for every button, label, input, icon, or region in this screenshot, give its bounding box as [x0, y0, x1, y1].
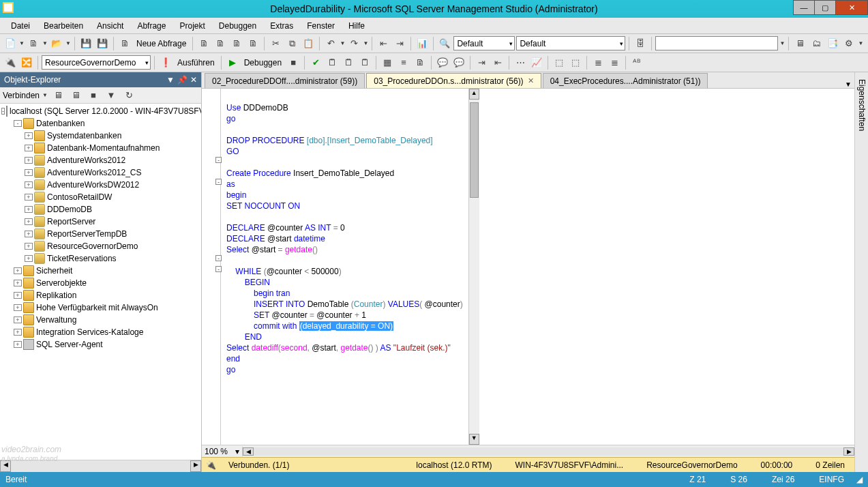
tab-right-icon[interactable]: ≣ [607, 55, 622, 70]
panel-dropdown-icon[interactable]: ▼ [166, 75, 175, 85]
qa-icon-2[interactable]: 🗎 [213, 36, 228, 51]
results-grid-icon[interactable]: ▦ [380, 55, 395, 70]
ab-icon[interactable]: ᴬᴮ [629, 55, 644, 70]
open-icon[interactable]: 📂 [49, 36, 64, 51]
results-text-icon[interactable]: ≡ [396, 55, 411, 70]
menu-bearbeiten[interactable]: Bearbeiten [37, 19, 90, 33]
tree-node[interactable]: +Integration Services-Kataloge [0, 326, 201, 338]
template-icon[interactable]: 📑 [825, 36, 840, 51]
tree-node[interactable]: +DDDemoDB [0, 203, 201, 216]
save-icon[interactable]: 💾 [78, 36, 93, 51]
solution-platform-combo[interactable]: Default [516, 36, 625, 50]
tree-node[interactable]: +Sicherheit [0, 265, 201, 277]
tree-node[interactable]: +Verwaltung [0, 314, 201, 326]
menu-hilfe[interactable]: Hilfe [342, 19, 372, 33]
tree-node[interactable]: +SQL Server-Agent [0, 338, 201, 351]
tree-node[interactable]: +ContosoRetailDW [0, 191, 201, 203]
misc-icon-1[interactable]: ⬚ [552, 55, 567, 70]
panel-pin-icon[interactable]: 📌 [177, 75, 188, 85]
tab-close-icon[interactable]: ✕ [528, 76, 534, 85]
menu-ansicht[interactable]: Ansicht [90, 19, 130, 33]
editor-vscroll[interactable]: ▲ ▼ [468, 89, 479, 445]
save-all-icon[interactable]: 💾 [95, 36, 110, 51]
maximize-button[interactable]: ▢ [814, 0, 836, 15]
menu-datei[interactable]: Datei [4, 19, 37, 33]
new-query-icon[interactable]: 🗎 [117, 36, 132, 51]
execute-icon[interactable]: ❗ [158, 55, 173, 70]
oe-stop-icon[interactable]: ■ [86, 88, 101, 103]
tree-node[interactable]: +AdventureWorks2012_CS [0, 166, 201, 179]
tree-node[interactable]: +Replikation [0, 289, 201, 301]
code-editor[interactable]: - - - - Use DDDemoDB go DROP PROCEDURE [… [202, 89, 854, 445]
oe-refresh-icon[interactable]: ↻ [121, 88, 136, 103]
uncomment-icon[interactable]: 💬 [451, 55, 466, 70]
oe-icon-1[interactable]: 🖥 [50, 88, 65, 103]
qa-icon-4[interactable]: 🗎 [245, 36, 260, 51]
editor-tab[interactable]: 04_ExecProcedures....Administrator (51)) [543, 73, 708, 88]
new-file-icon[interactable]: 🗎 [26, 36, 41, 51]
tree-node[interactable]: +ReportServerTempDB [0, 228, 201, 240]
plan-icon-1[interactable]: 🗒 [325, 55, 340, 70]
indent-icon[interactable]: ⇥ [474, 55, 489, 70]
undo-icon[interactable]: ↶ [323, 36, 338, 51]
new-query-button[interactable]: Neue Abfrage [134, 39, 189, 48]
qa-icon-3[interactable]: 🗎 [229, 36, 244, 51]
comment-icon[interactable]: 💬 [435, 55, 450, 70]
tree-node[interactable]: +TicketReservations [0, 252, 201, 265]
connect-label[interactable]: Verbinden [3, 91, 40, 100]
db-engine-icon[interactable]: 🗄 [633, 36, 648, 51]
database-combo[interactable]: ResourceGovernorDemo [42, 55, 151, 70]
oe-filter-icon[interactable]: ▼ [104, 88, 119, 103]
tree-node[interactable]: +Datenbank-Momentaufnahmen [0, 142, 201, 154]
stop-icon[interactable]: ■ [286, 55, 301, 70]
oe-icon-2[interactable]: 🖥 [68, 88, 83, 103]
tab-overflow-icon[interactable]: ▼ [845, 80, 852, 88]
gutter-eigenschaften[interactable]: Eigenschaften [856, 76, 868, 472]
specify-values-icon[interactable]: ⋯ [513, 55, 528, 70]
copy-icon[interactable]: ⧉ [284, 36, 299, 51]
debug-button[interactable]: Debuggen [241, 58, 284, 68]
redo-icon[interactable]: ↷ [346, 36, 361, 51]
props-icon[interactable]: ⚙ [841, 36, 856, 51]
connect-icon[interactable]: 🔌 [3, 55, 18, 70]
editor-hscroll[interactable]: ◀▶ [243, 447, 854, 456]
tab-left-icon[interactable]: ≣ [590, 55, 605, 70]
plan-icon-3[interactable]: 🗒 [357, 55, 372, 70]
execute-button[interactable]: Ausführen [175, 58, 218, 68]
tree-node[interactable]: +ResourceGovernorDemo [0, 240, 201, 252]
panel-close-icon[interactable]: ✕ [190, 75, 197, 85]
explorer-hscroll[interactable]: ◀▶ [0, 460, 201, 472]
resize-grip-icon[interactable]: ◢ [856, 475, 863, 484]
tree-node[interactable]: +ReportServer [0, 216, 201, 228]
menu-debuggen[interactable]: Debuggen [212, 19, 263, 33]
paste-icon[interactable]: 📋 [301, 36, 316, 51]
editor-tab[interactable]: 02_ProcedureDDOff....dministrator (59)) [205, 73, 365, 88]
tree-node[interactable]: +Hohe Verfügbarkeit mit AlwaysOn [0, 301, 201, 314]
solution-config-combo[interactable]: Default [453, 36, 515, 50]
misc-icon-2[interactable]: ⬚ [568, 55, 583, 70]
close-button[interactable]: ✕ [835, 0, 868, 15]
plan-icon-2[interactable]: 🗒 [341, 55, 356, 70]
menu-extras[interactable]: Extras [263, 19, 300, 33]
minimize-button[interactable]: — [793, 0, 815, 15]
reg-srv-icon[interactable]: 🖥 [792, 36, 807, 51]
tree-node[interactable]: +Serverobjekte [0, 277, 201, 289]
qa-icon-1[interactable]: 🗎 [196, 36, 211, 51]
activity-icon[interactable]: 📊 [415, 36, 430, 51]
tree-node[interactable]: +AdventureWorks2012 [0, 154, 201, 166]
tree-node[interactable]: -Datenbanken [0, 117, 201, 130]
tree-node[interactable]: +Systemdatenbanken [0, 130, 201, 142]
zoom-combo[interactable]: 100 %▾ [202, 447, 243, 456]
change-conn-icon[interactable]: 🔀 [19, 55, 34, 70]
editor-tab[interactable]: 03_ProcedureDDOn.s...dministrator (56))✕ [366, 73, 541, 88]
menu-fenster[interactable]: Fenster [300, 19, 342, 33]
parse-icon[interactable]: ✔ [308, 55, 323, 70]
obj-exp-icon[interactable]: 🗂 [809, 36, 824, 51]
object-explorer-tree[interactable]: - localhost (SQL Server 12.0.2000 - WIN-… [0, 104, 201, 460]
results-file-icon[interactable]: 🗎 [413, 55, 428, 70]
find-icon[interactable]: 🔍 [437, 36, 452, 51]
outdent-icon[interactable]: ⇤ [490, 55, 505, 70]
menu-abfrage[interactable]: Abfrage [130, 19, 173, 33]
nav-fwd-icon[interactable]: ⇥ [392, 36, 407, 51]
search-input[interactable] [655, 36, 778, 50]
